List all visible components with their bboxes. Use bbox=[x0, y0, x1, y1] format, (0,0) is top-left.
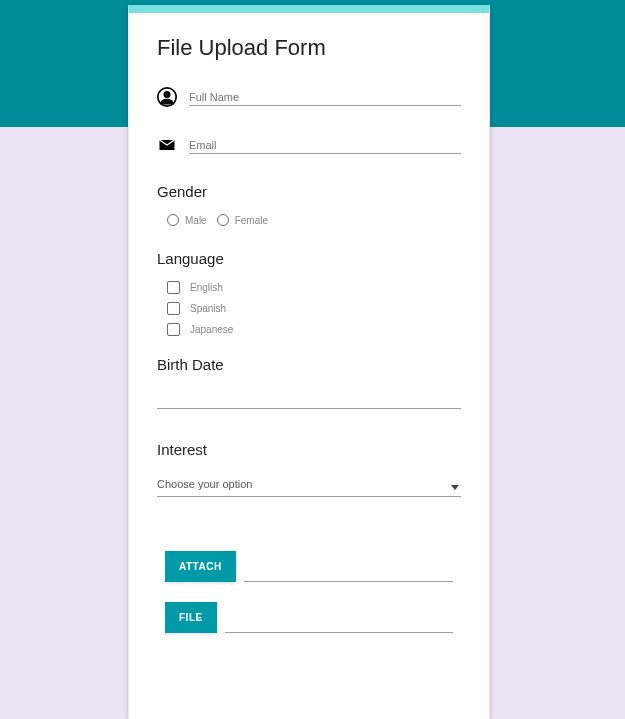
chevron-down-icon bbox=[451, 485, 459, 490]
check-spanish[interactable] bbox=[167, 302, 180, 315]
interest-select[interactable]: Choose your option bbox=[157, 472, 461, 497]
text-cursor bbox=[157, 523, 158, 537]
check-label-english: English bbox=[190, 282, 223, 293]
language-checks: English Spanish Japanese bbox=[167, 281, 461, 336]
interest-placeholder: Choose your option bbox=[157, 472, 461, 496]
gender-label-female: Female bbox=[235, 215, 268, 226]
gender-label: Gender bbox=[157, 183, 461, 200]
email-row bbox=[157, 135, 461, 155]
email-icon bbox=[157, 135, 177, 155]
attach-button[interactable]: ATTACH bbox=[165, 551, 236, 582]
file-button[interactable]: FILE bbox=[165, 602, 217, 633]
check-row-english: English bbox=[167, 281, 461, 294]
form-card: File Upload Form Gender Male Female Lang bbox=[128, 5, 490, 719]
language-label: Language bbox=[157, 250, 461, 267]
gender-label-male: Male bbox=[185, 215, 207, 226]
check-english[interactable] bbox=[167, 281, 180, 294]
birth-date-input[interactable] bbox=[157, 387, 461, 409]
check-label-japanese: Japanese bbox=[190, 324, 233, 335]
person-icon bbox=[157, 87, 177, 107]
attach-row: ATTACH bbox=[157, 551, 461, 582]
gender-radio-female[interactable] bbox=[217, 214, 229, 226]
check-row-japanese: Japanese bbox=[167, 323, 461, 336]
full-name-input[interactable] bbox=[189, 89, 461, 106]
birth-date-label: Birth Date bbox=[157, 356, 461, 373]
file-line bbox=[225, 632, 453, 633]
email-input[interactable] bbox=[189, 137, 461, 154]
gender-radios: Male Female bbox=[167, 214, 461, 226]
interest-label: Interest bbox=[157, 441, 461, 458]
gender-radio-male[interactable] bbox=[167, 214, 179, 226]
check-label-spanish: Spanish bbox=[190, 303, 226, 314]
check-japanese[interactable] bbox=[167, 323, 180, 336]
form-title: File Upload Form bbox=[157, 35, 461, 61]
check-row-spanish: Spanish bbox=[167, 302, 461, 315]
file-row: FILE bbox=[157, 602, 461, 633]
attach-line bbox=[244, 581, 453, 582]
full-name-row bbox=[157, 87, 461, 107]
svg-point-0 bbox=[164, 91, 171, 98]
